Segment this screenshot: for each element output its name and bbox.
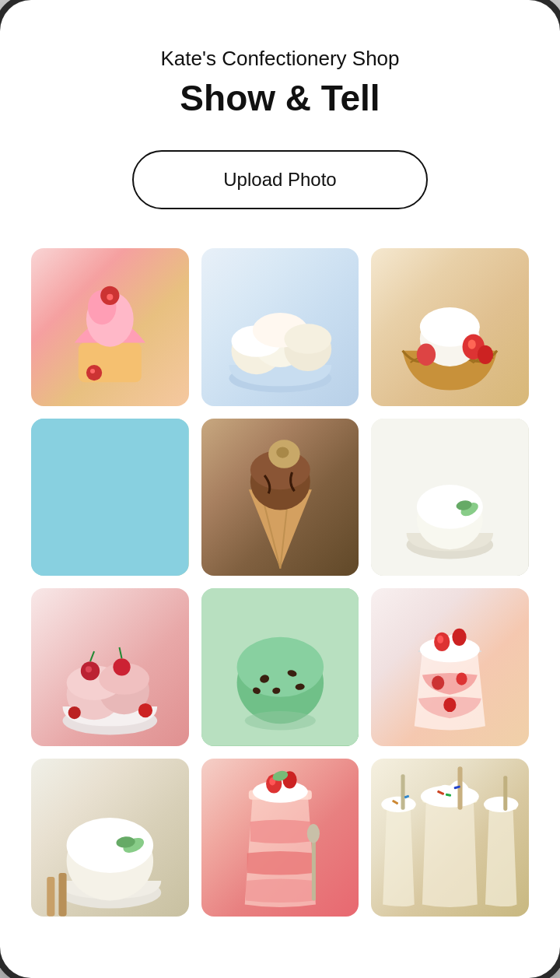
svg-point-64: [437, 636, 443, 643]
list-item[interactable]: [201, 248, 359, 406]
svg-point-34: [276, 447, 289, 457]
list-item[interactable]: [31, 759, 189, 917]
svg-line-50: [119, 647, 121, 658]
svg-line-49: [90, 651, 94, 661]
list-item[interactable]: [201, 419, 359, 577]
shop-name: Kate's Confectionery Shop: [23, 47, 537, 71]
svg-point-67: [457, 673, 467, 685]
list-item[interactable]: [201, 588, 359, 746]
list-item[interactable]: [31, 588, 189, 746]
svg-rect-27: [31, 419, 189, 577]
svg-point-48: [113, 659, 130, 676]
svg-point-52: [68, 706, 81, 719]
svg-point-66: [432, 676, 444, 690]
list-item[interactable]: [371, 248, 529, 406]
svg-point-13: [284, 324, 331, 354]
svg-point-19: [417, 344, 436, 366]
list-item[interactable]: [201, 759, 359, 917]
svg-point-85: [382, 797, 417, 812]
svg-point-55: [236, 637, 323, 697]
list-item[interactable]: [371, 759, 529, 917]
list-item[interactable]: [31, 419, 189, 577]
svg-point-17: [468, 340, 476, 349]
svg-point-83: [306, 824, 319, 843]
list-item[interactable]: [371, 419, 529, 577]
svg-point-96: [484, 797, 519, 812]
svg-rect-82: [312, 837, 316, 900]
list-item[interactable]: [31, 248, 189, 406]
header: Kate's Confectionery Shop Show & Tell: [23, 47, 537, 119]
photo-grid: [23, 248, 537, 917]
svg-point-47: [86, 667, 92, 673]
list-item[interactable]: [371, 588, 529, 746]
svg-point-6: [90, 369, 95, 373]
svg-point-4: [107, 294, 113, 300]
phone-container: Kate's Confectionery Shop Show & Tell Up…: [0, 0, 560, 978]
svg-point-68: [444, 698, 457, 712]
svg-rect-75: [58, 873, 66, 917]
svg-rect-86: [401, 774, 405, 810]
page-title: Show & Tell: [23, 77, 537, 119]
svg-point-61: [244, 711, 315, 730]
svg-point-51: [138, 703, 152, 717]
svg-rect-97: [504, 776, 508, 811]
svg-point-18: [478, 345, 493, 364]
upload-photo-button[interactable]: Upload Photo: [132, 150, 428, 209]
svg-rect-74: [47, 877, 54, 917]
svg-point-65: [453, 629, 467, 646]
